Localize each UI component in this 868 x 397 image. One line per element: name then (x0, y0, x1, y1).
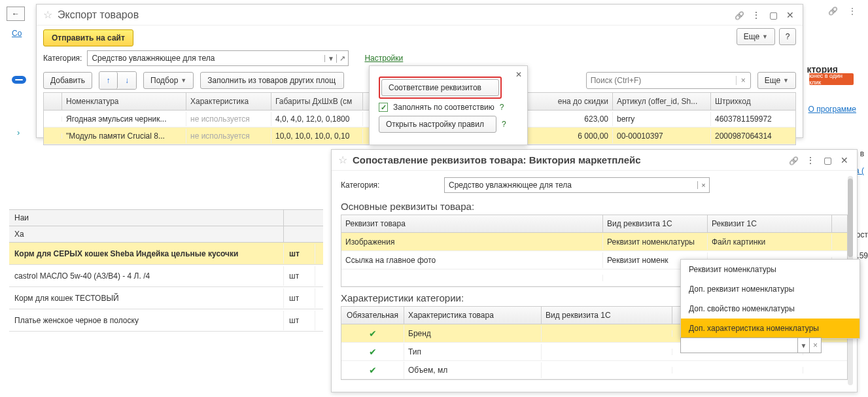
cell-barcode: 2000987064314 (711, 129, 790, 143)
check-icon: ✔ (369, 328, 377, 339)
about-link[interactable]: О программе (808, 105, 856, 114)
th-char[interactable]: Характеристика товара (404, 307, 542, 324)
send-button[interactable]: Отправить на сайт (43, 29, 133, 46)
close-icon[interactable] (784, 10, 796, 20)
th-nomenclature[interactable]: Номенклатура (62, 93, 186, 110)
more-button-2[interactable]: Еще▼ (757, 72, 796, 89)
pick-label: Подбор (150, 76, 178, 85)
dropdown-item[interactable]: Доп. свойство номенклатуры (681, 299, 859, 319)
open-icon[interactable]: ↗ (336, 54, 348, 63)
bg-th-char: Ха (9, 226, 284, 242)
cell: Изображения (341, 234, 603, 250)
link-icon[interactable] (733, 10, 745, 20)
grid-row[interactable]: Изображения Реквизит номенклатуры Файл к… (341, 233, 847, 251)
cell-price: 6 000,00 (528, 129, 613, 143)
dropdown-item[interactable]: Доп. характеристика номенклатуры (681, 319, 859, 338)
bg-row-name[interactable]: Платье женское черное в полоску (9, 311, 284, 330)
cell-nom: Ягодная эмульсия черник... (62, 112, 186, 126)
cell-char: не используется (186, 129, 271, 143)
category-select[interactable]: Средство увлажняющее для тела ▼ ↗ (87, 50, 349, 66)
th-1c[interactable]: Реквизит 1С (708, 215, 832, 232)
cell-sku: 00-00010397 (613, 129, 711, 143)
bg-row-name[interactable]: Корм для СЕРЫХ кошек Sheba Индейка цельн… (9, 244, 284, 264)
fill-button[interactable]: Заполнить из товаров других площ (200, 72, 344, 89)
window-title: Экспорт товаров (58, 9, 733, 21)
cell: Тип (404, 344, 542, 360)
help-icon[interactable]: ? (500, 103, 504, 112)
clear-icon[interactable]: × (736, 76, 750, 85)
back-button[interactable]: ← (7, 7, 25, 21)
cell-price: 623,00 (528, 112, 613, 126)
th-characteristic[interactable]: Характеристика (186, 93, 271, 110)
th-required[interactable]: Обязательная (341, 307, 404, 324)
pick-button[interactable]: Подбор▼ (143, 72, 194, 89)
category-value: Средство увлажняющее для тела (445, 181, 697, 190)
link-icon[interactable] (828, 7, 838, 16)
dropdown-item[interactable]: Доп. реквизит номенклатуры (681, 279, 859, 299)
chevron-down-icon[interactable]: ▼ (797, 338, 809, 353)
more-label: Еще (744, 32, 759, 41)
bg-row-unit: шт (284, 311, 315, 330)
bg-orange-badge: юнес в один клик (809, 73, 854, 85)
category-label: Категория: (341, 181, 439, 190)
settings-link[interactable]: Настройки (364, 54, 403, 63)
kebab-icon[interactable] (805, 155, 816, 165)
close-icon[interactable]: ✕ (515, 70, 522, 79)
clear-icon[interactable]: × (809, 338, 821, 353)
cell: Реквизит номенклатуры (603, 234, 708, 250)
chevron-down-icon[interactable]: ▼ (324, 55, 336, 62)
inline-cell-editor[interactable]: ▼ × (680, 337, 822, 353)
move-down-button[interactable]: ↓ (118, 72, 136, 89)
cell-nom: "Модуль памяти Crucial 8... (62, 129, 186, 143)
bg-product-table: Наи Ха Корм для СЕРЫХ кошек Sheba Индейк… (9, 209, 323, 332)
cell-dims: 10,0, 10,0, 10,0, 0,10 (271, 129, 363, 143)
search-input-wrap: × (586, 72, 751, 89)
th-kind[interactable]: Вид реквизита 1С (542, 307, 672, 324)
logo-icon (12, 76, 26, 84)
star-icon[interactable]: ☆ (43, 9, 52, 21)
requisites-mapping-button[interactable]: Соответствие реквизитов (381, 79, 499, 96)
open-rules-button[interactable]: Открыть настройку правил (379, 116, 496, 133)
th-req[interactable]: Реквизит товара (341, 215, 603, 232)
close-icon[interactable] (839, 155, 850, 165)
arrow-up-icon: ↑ (107, 76, 111, 85)
th-kind[interactable]: Вид реквизита 1С (603, 215, 708, 232)
link-icon[interactable] (788, 155, 799, 165)
help-icon[interactable]: ? (502, 120, 506, 129)
star-icon[interactable]: ☆ (338, 154, 347, 166)
move-up-button[interactable]: ↑ (99, 72, 118, 89)
bg-row-name[interactable]: castrol МАСЛО 5w-40 (A3/B4) - 4 Л. /4 (9, 266, 284, 286)
maximize-icon[interactable] (822, 155, 833, 165)
help-button[interactable]: ? (779, 28, 796, 45)
check-icon: ✔ (369, 347, 377, 357)
category-value: Средство увлажняющее для тела (88, 54, 324, 63)
cell: Файл картинки (708, 234, 832, 250)
cell-char: не используется (186, 112, 271, 126)
cell: Бренд (404, 326, 542, 341)
bg-cut1: в (860, 149, 864, 158)
th-sku[interactable]: Артикул (offer_id, Sh... (613, 93, 711, 110)
grid-row[interactable]: ✔ Объем, мл (341, 361, 847, 379)
check-icon: ✔ (369, 365, 377, 375)
arrow-down-icon: ↓ (125, 76, 129, 85)
category-select[interactable]: Средство увлажняющее для тела × (444, 177, 710, 193)
requisite-type-dropdown: Реквизит номенклатуры Доп. реквизит номе… (680, 259, 860, 339)
bg-link-co[interactable]: Со (12, 29, 22, 38)
th-barcode[interactable]: Штрихкод (711, 93, 790, 110)
section-title-main: Основные реквизиты товара: (341, 201, 848, 212)
more-button[interactable]: Еще▼ (737, 28, 775, 45)
chevron-right-icon[interactable]: › (17, 128, 20, 137)
th-price-before[interactable]: ена до скидки (528, 93, 613, 110)
clear-icon[interactable]: × (697, 181, 709, 189)
cell: Объем, мл (404, 362, 542, 378)
bg-row-unit: шт (284, 266, 315, 286)
search-input[interactable] (587, 76, 736, 85)
th-dimensions[interactable]: Габариты ДxШxВ (см (271, 93, 363, 110)
kebab-icon[interactable] (848, 7, 856, 16)
kebab-icon[interactable] (750, 10, 762, 20)
maximize-icon[interactable] (767, 10, 779, 20)
add-button[interactable]: Добавить (43, 72, 92, 89)
checkbox-fill[interactable]: ✓ (379, 103, 388, 112)
dropdown-item[interactable]: Реквизит номенклатуры (681, 260, 859, 279)
bg-row-name[interactable]: Корм для кошек ТЕСТОВЫЙ (9, 288, 284, 308)
